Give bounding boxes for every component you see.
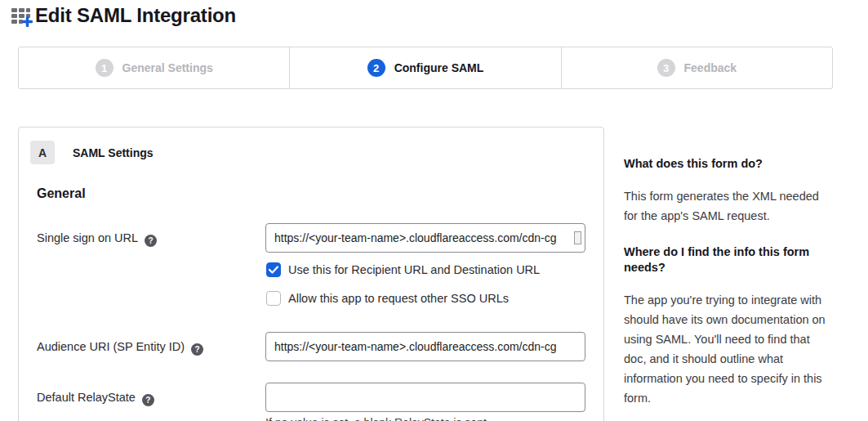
step-configure-saml[interactable]: 2 Configure SAML (289, 47, 560, 88)
checkbox-checked (266, 262, 281, 277)
step-label: General Settings (122, 61, 213, 74)
help-icon[interactable]: ? (145, 235, 157, 247)
step-label: Feedback (684, 61, 737, 74)
step-feedback[interactable]: 3 Feedback (561, 47, 832, 88)
sidebar-heading: Where do I find the info this form needs… (624, 244, 828, 275)
step-number-badge: 1 (96, 59, 114, 77)
relay-state-input[interactable] (265, 383, 585, 412)
text-cursor (574, 231, 581, 244)
page-header: Edit SAML Integration (11, 4, 236, 27)
relay-state-control: If no value is set, a blank RelayState i… (265, 383, 585, 421)
step-number-badge: 3 (657, 59, 675, 77)
sidebar-heading: What does this form do? (624, 156, 828, 172)
sso-url-row: Single sign on URL? Use this for Recipie… (37, 223, 603, 310)
help-icon[interactable]: ? (191, 343, 203, 356)
sidebar-body: The app you're trying to integrate with … (624, 290, 828, 408)
checkbox-label: Use this for Recipient URL and Destinati… (288, 263, 540, 276)
step-label: Configure SAML (394, 61, 484, 74)
relay-state-row: Default RelayState? If no value is set, … (37, 383, 603, 421)
relay-state-label: Default RelayState? (37, 383, 265, 421)
step-number-badge: 2 (367, 59, 385, 77)
app-grid-plus-icon (11, 4, 33, 27)
recipient-url-checkbox-row[interactable]: Use this for Recipient URL and Destinati… (266, 258, 585, 281)
other-sso-urls-checkbox-row[interactable]: Allow this app to request other SSO URLs (266, 287, 585, 310)
step-general-settings[interactable]: 1 General Settings (19, 47, 289, 88)
audience-uri-label: Audience URI (SP Entity ID)? (37, 332, 265, 361)
checkbox-unchecked (266, 291, 281, 306)
help-sidebar: What does this form do? This form genera… (624, 156, 828, 421)
audience-uri-control (265, 332, 585, 361)
sidebar-body: This form generates the XML needed for t… (624, 186, 828, 226)
section-badge: A (30, 141, 55, 164)
panel-header: A SAML Settings (30, 141, 603, 164)
general-section-heading: General (37, 186, 603, 201)
audience-uri-input[interactable] (265, 332, 585, 361)
help-icon[interactable]: ? (142, 394, 154, 406)
relay-state-hint: If no value is set, a blank RelayState i… (265, 416, 585, 421)
checkbox-label: Allow this app to request other SSO URLs (288, 292, 509, 305)
sso-url-input[interactable] (265, 223, 585, 253)
page-title: Edit SAML Integration (35, 4, 236, 27)
saml-settings-panel: A SAML Settings General Single sign on U… (18, 127, 604, 421)
sso-url-label: Single sign on URL? (37, 223, 265, 310)
wizard-step-bar: 1 General Settings 2 Configure SAML 3 Fe… (18, 47, 833, 89)
panel-title: SAML Settings (73, 146, 154, 159)
audience-uri-row: Audience URI (SP Entity ID)? (37, 332, 603, 361)
sso-url-control: Use this for Recipient URL and Destinati… (265, 223, 585, 310)
